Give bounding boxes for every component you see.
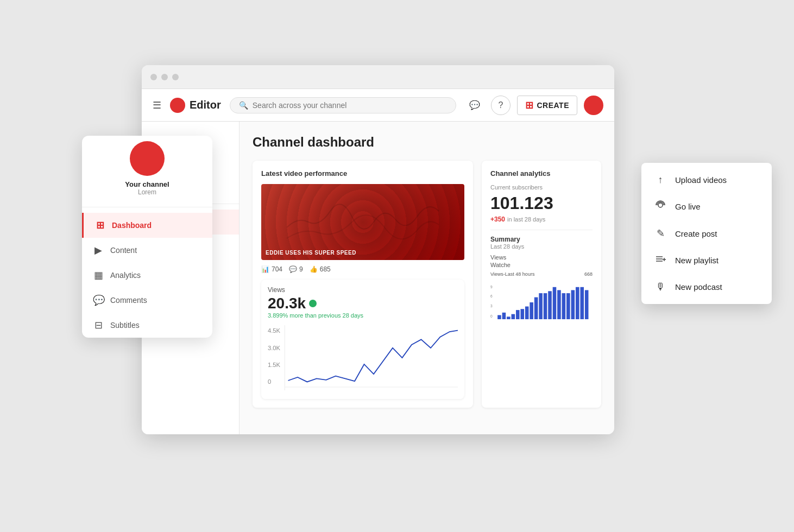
- cards-row: Latest video performance EDDIE USES HIS …: [253, 161, 601, 408]
- video-title-overlay: EDDIE USES HIS SUPER SPEED: [266, 250, 356, 256]
- overlay-analytics-icon: ▦: [93, 269, 104, 281]
- overlay-channel-name: Your channel: [125, 180, 169, 188]
- summary-title: Summary: [490, 236, 593, 243]
- dropdown-go-live[interactable]: Go live: [641, 193, 772, 220]
- dropdown-create-post[interactable]: ✎ Create post: [641, 220, 772, 246]
- views-stat: 📊 704: [261, 265, 282, 273]
- svg-text:0: 0: [268, 378, 271, 385]
- summary-section: Summary Last 28 days Views Watche Views-…: [490, 230, 593, 329]
- views-trend-card: Views 20.3k 3.899% more than previous 28…: [261, 280, 464, 399]
- likes-stat: 👍 685: [310, 265, 331, 273]
- window-dot-red: [150, 74, 157, 80]
- overlay-channel-sub: Lorem: [138, 188, 156, 196]
- sidebar-overlay-panel: Your channel Lorem ⊞ Dashboard ▶ Content…: [82, 136, 212, 338]
- search-input[interactable]: [253, 101, 361, 110]
- overlay-subtitles-label: Subtitles: [110, 321, 140, 330]
- dropdown-new-playlist[interactable]: New playlist: [641, 246, 772, 274]
- svg-rect-16: [516, 310, 520, 319]
- video-performance-card: Latest video performance EDDIE USES HIS …: [253, 161, 473, 408]
- browser-header: ☰ Editor 🔍 💬 ? ⊞ CREATE: [142, 89, 614, 122]
- svg-text:9: 9: [490, 285, 493, 289]
- user-avatar[interactable]: [584, 96, 603, 115]
- views-line-chart: 4.5K 3.0K 1.5K 0 9 Nov 6 Dec: [268, 325, 458, 390]
- overlay-sidebar-comments[interactable]: 💬 Comments: [82, 288, 212, 313]
- header-actions: 💬 ? ⊞ CREATE: [465, 96, 603, 115]
- svg-rect-21: [539, 293, 543, 319]
- likes-stat-icon: 👍: [310, 265, 318, 273]
- comments-icon-button[interactable]: 💬: [465, 96, 484, 115]
- menu-icon[interactable]: ☰: [153, 99, 161, 111]
- svg-rect-28: [571, 290, 575, 320]
- likes-stat-value: 685: [320, 265, 331, 273]
- new-playlist-label: New playlist: [675, 256, 719, 265]
- svg-rect-25: [557, 290, 561, 320]
- overlay-sidebar-subtitles[interactable]: ⊟ Subtitles: [82, 313, 212, 338]
- comments-stat-value: 9: [299, 265, 303, 273]
- overlay-subtitles-icon: ⊟: [93, 319, 104, 331]
- playlist-icon: [654, 254, 666, 267]
- views-sub-label: Views: [490, 254, 593, 261]
- overlay-channel-profile: Your channel Lorem: [82, 136, 212, 207]
- overlay-sidebar-content[interactable]: ▶ Content: [82, 238, 212, 263]
- svg-rect-29: [576, 287, 579, 319]
- upload-icon: ↑: [654, 174, 666, 186]
- svg-rect-14: [507, 317, 511, 320]
- browser-titlebar: [142, 65, 614, 89]
- svg-rect-20: [534, 297, 538, 319]
- help-icon-button[interactable]: ?: [491, 96, 511, 115]
- svg-text:4.5K: 4.5K: [268, 328, 281, 334]
- views-number: 20.3k: [268, 295, 458, 312]
- upload-label: Upload videos: [675, 175, 727, 185]
- overlay-comments-label: Comments: [110, 296, 147, 305]
- browser-window: ☰ Editor 🔍 💬 ? ⊞ CREATE: [142, 65, 614, 434]
- growth-badge: +350: [490, 216, 505, 223]
- svg-rect-15: [512, 314, 515, 319]
- svg-rect-26: [562, 293, 566, 319]
- svg-text:3.0K: 3.0K: [268, 345, 281, 351]
- bar-chart-max: 668: [584, 271, 593, 277]
- overlay-content-label: Content: [110, 246, 137, 255]
- search-icon: 🔍: [239, 101, 248, 110]
- bar-chart: 9 6 3 0: [490, 278, 593, 327]
- svg-rect-23: [548, 292, 552, 320]
- views-label: Views: [268, 286, 285, 294]
- create-dropdown-menu: ↑ Upload videos Go live ✎ Create post: [641, 163, 772, 304]
- dropdown-new-podcast[interactable]: 🎙 New podcast: [641, 274, 772, 300]
- svg-rect-12: [497, 315, 501, 320]
- svg-rect-31: [585, 290, 589, 320]
- logo-icon: [170, 98, 185, 113]
- create-post-icon: ✎: [654, 227, 666, 239]
- page-title: Channel dashboard: [253, 135, 601, 150]
- subscriber-label: Current subscribers: [490, 184, 593, 191]
- dropdown-upload-videos[interactable]: ↑ Upload videos: [641, 167, 772, 193]
- create-plus-icon: ⊞: [525, 99, 534, 111]
- browser-body: Your channel Lorem ⊞ Dashboard ▶ Content…: [142, 122, 614, 434]
- video-stats: 📊 704 💬 9 👍 685: [261, 265, 464, 273]
- video-card-title: Latest video performance: [261, 169, 464, 178]
- svg-text:3: 3: [490, 305, 493, 308]
- comments-stat: 💬 9: [289, 265, 303, 273]
- overlay-comments-icon: 💬: [93, 294, 104, 306]
- bar-chart-title: Views-Last 48 hours: [490, 271, 534, 277]
- svg-rect-18: [525, 307, 529, 320]
- live-icon: [654, 200, 666, 213]
- window-dot-yellow: [161, 74, 168, 80]
- overlay-sidebar-analytics[interactable]: ▦ Analytics: [82, 263, 212, 288]
- search-bar[interactable]: 🔍: [230, 97, 456, 113]
- main-content: Channel dashboard Latest video performan…: [240, 122, 614, 434]
- subscribers-count: 101.123: [490, 193, 593, 213]
- overlay-channel-avatar: [130, 141, 165, 176]
- video-thumbnail[interactable]: EDDIE USES HIS SUPER SPEED: [261, 184, 464, 260]
- svg-rect-22: [544, 293, 547, 319]
- comments-stat-icon: 💬: [289, 265, 297, 273]
- views-stat-icon: 📊: [261, 265, 269, 273]
- growth-sub: in last 28 days: [507, 216, 545, 223]
- app-title: Editor: [190, 99, 221, 111]
- watch-sub-label: Watche: [490, 262, 593, 268]
- create-post-label: Create post: [675, 229, 717, 238]
- views-stat-value: 704: [272, 265, 282, 273]
- create-button[interactable]: ⊞ CREATE: [517, 96, 577, 115]
- channel-analytics-card: Channel analytics Current subscribers 10…: [482, 161, 601, 408]
- create-label: CREATE: [537, 101, 569, 110]
- overlay-sidebar-dashboard[interactable]: ⊞ Dashboard: [82, 213, 212, 238]
